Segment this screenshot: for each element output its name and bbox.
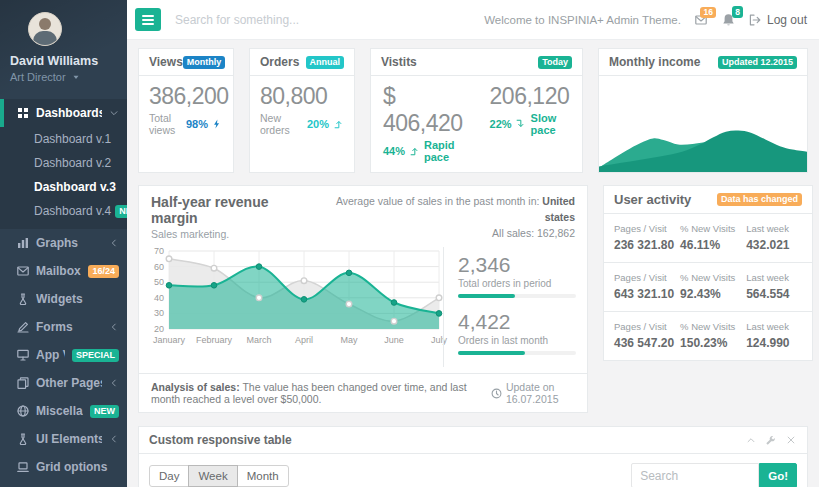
go-button[interactable]: Go! [759,463,797,487]
orders-stat-card: Orders Annual 80,800 New orders 20% [249,48,355,173]
last-week-value: 124.990 [746,336,802,350]
settings-button[interactable] [764,435,777,446]
sidebar-link[interactable]: MiscellaneousNEW [0,397,127,425]
orders-month-progress [458,351,576,355]
sidebar-link[interactable]: Dashboards [0,99,127,127]
close-icon [784,435,797,446]
flask-icon [16,293,29,305]
filter-button-group: DayWeekMonth [149,465,288,487]
sidebar: David Williams Art Director DashboardsDa… [0,0,127,487]
level-up-icon [331,119,344,129]
sidebar-subitem-dashboard-v-3[interactable]: Dashboard v.3 [0,175,127,199]
sidebar-item-other-pages: Other Pages [0,369,127,397]
logout-button[interactable]: Log out [749,13,807,27]
new-visits-value: 150.23% [680,336,742,350]
laptop-icon [16,461,29,473]
income-title: Monthly income [609,55,700,69]
monthly-income-chart [599,116,807,172]
visits-value-1: $ 406,420 [383,83,468,137]
update-info: Update on 16.07.2015 [491,381,575,405]
chevron-up-icon [744,435,757,446]
visits-title: Vistits [381,55,417,69]
notifications-button[interactable]: 8 [722,13,735,26]
sidebar-link[interactable]: Widgets [0,285,127,313]
topbar: Welcome to INSPINIA+ Admin Theme. 16 8 L… [127,0,819,40]
flask-icon [16,433,29,445]
collapse-button[interactable] [744,435,757,446]
svg-text:May: May [340,335,358,345]
sidebar-item-graphs: Graphs [0,229,127,257]
wrench-icon [764,435,777,446]
main-area: Welcome to INSPINIA+ Admin Theme. 16 8 L… [127,0,819,487]
revenue-panel: Half-year revenue margin Sales marketing… [138,185,588,413]
sidebar-item-forms: Forms [0,313,127,341]
all-sales-value: 162,862 [537,227,575,239]
views-title: Views [149,55,183,69]
orders-label: New orders [260,112,307,136]
clock-icon [491,388,502,399]
revenue-side-stats: 2,346 Total orders in period 4,422 Order… [443,247,575,367]
table-search-input[interactable] [631,463,759,487]
sidebar-link[interactable]: Tables [0,481,127,487]
svg-text:40: 40 [154,293,164,303]
svg-text:June: June [384,335,404,345]
svg-text:20: 20 [154,324,164,334]
sidebar-link[interactable]: Forms [0,313,127,341]
chevron-left-icon [109,322,119,332]
new-visits-value: 92.43% [680,287,742,301]
level-up-icon [407,146,420,156]
avg-country: United states [542,195,575,223]
user-role-label: Art Director [10,71,66,83]
close-button[interactable] [784,435,797,446]
sidebar-nav: DashboardsDashboard v.1Dashboard v.2Dash… [0,99,127,487]
notifications-count-badge: 8 [732,6,743,18]
svg-text:April: April [295,335,313,345]
sidebar-item-widgets: Widgets [0,285,127,313]
welcome-text: Welcome to INSPINIA+ Admin Theme. [484,14,681,26]
sidebar-link[interactable]: UI Elements [0,425,127,453]
sidebar-item-grid-options: Grid options [0,453,127,481]
sidebar-link[interactable]: Grid options [0,453,127,481]
stats-row: Views Monthly 386,200 Total views 98% Or… [138,48,808,173]
filter-button-month[interactable]: Month [237,465,289,487]
sidebar-subitem-dashboard-v-4[interactable]: Dashboard v.4NEW [0,199,127,223]
sidebar-link[interactable]: App ViewsSPECIAL [0,341,127,369]
menu-toggle-button[interactable] [135,8,161,31]
sidebar-link[interactable]: Other Pages [0,369,127,397]
svg-text:60: 60 [154,262,164,272]
sidebar-link[interactable]: Graphs [0,229,127,257]
search-input[interactable] [175,13,484,27]
pages-visit-value: 436 547.20 [614,336,676,350]
sidebar-subitem-dashboard-v-1[interactable]: Dashboard v.1 [0,127,127,151]
pages-visit-value: 236 321.80 [614,238,676,252]
visits-col-1: $ 406,420 44% Rapid pace [383,83,468,163]
messages-count-badge: 16 [700,7,715,19]
visits-stat-card: Vistits Today $ 406,420 44% Rapid pace [370,48,583,173]
sidebar-link[interactable]: Mailbox16/24 [0,257,127,285]
orders-period-progress [458,294,576,298]
activity-title: User activity [614,192,691,207]
revenue-summary: Average value of sales in the past month… [313,194,575,241]
filter-button-day[interactable]: Day [149,465,189,487]
user-activity-panel: User activity Data has changed Pages / V… [603,185,813,361]
desktop-icon [16,349,29,361]
sidebar-item-mailbox: Mailbox16/24 [0,257,127,285]
sidebar-subitem-dashboard-v-2[interactable]: Dashboard v.2 [0,151,127,175]
user-profile: David Williams Art Director [0,0,127,95]
messages-button[interactable]: 16 [695,14,708,26]
views-badge: Monthly [183,56,226,69]
orders-month-value: 4,422 [458,310,575,334]
orders-title: Orders [260,55,299,69]
visits-label-1: Rapid pace [424,139,468,163]
activity-rows: Pages / Visit236 321.80 % New Visits46.1… [604,214,812,360]
activity-row: Pages / Visit436 547.20 % New Visits150.… [604,312,812,360]
sidebar-submenu: Dashboard v.1Dashboard v.2Dashboard v.3D… [0,127,127,229]
avatar[interactable] [28,12,62,46]
filter-button-week[interactable]: Week [188,465,237,487]
svg-text:February: February [196,335,233,345]
visits-label-2: Slow pace [531,112,570,136]
user-role-dropdown[interactable]: Art Director [10,71,117,83]
svg-text:March: March [246,335,271,345]
monthly-income-card: Monthly income Updated 12.2015 [598,48,808,173]
revenue-title: Half-year revenue margin [151,194,313,226]
